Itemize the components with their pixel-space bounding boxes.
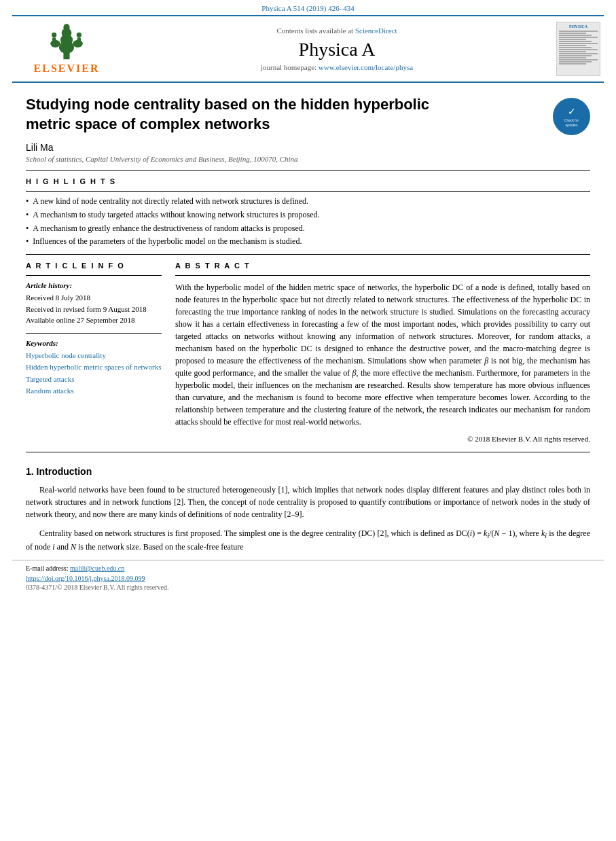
highlight-item: • A mechanism to greatly enhance the des…	[26, 223, 590, 234]
svg-rect-10	[77, 37, 81, 43]
highlight-item: • A new kind of node centrality not dire…	[26, 196, 590, 207]
elsevier-logo-area: ELSEVIER	[12, 22, 121, 76]
author-name: Lili Ma	[26, 142, 590, 153]
copyright-line: © 2018 Elsevier B.V. All rights reserved…	[175, 433, 590, 445]
introduction-section: 1. Introduction Real-world networks have…	[26, 466, 590, 553]
sciencedirect-link[interactable]: ScienceDirect	[355, 26, 397, 35]
journal-reference-text: Physica A 514 (2019) 426–434	[261, 4, 354, 12]
svg-point-9	[77, 32, 81, 37]
highlights-section: H I G H L I G H T S • A new kind of node…	[26, 177, 590, 247]
abstract-label: A B S T R A C T	[175, 262, 590, 270]
two-col-info-abstract: A R T I C L E I N F O Article history: R…	[26, 262, 590, 445]
highlight-text-2: A mechanism to study targeted attacks wi…	[33, 209, 319, 221]
journal-thumbnail-area: PHYSICA	[553, 22, 604, 76]
received-date: Received 8 July 2018	[26, 292, 162, 304]
divider-abstract	[175, 275, 590, 276]
footer-doi-link[interactable]: https://doi.org/10.1016/j.physa.2018.09.…	[26, 575, 590, 582]
highlights-label: H I G H L I G H T S	[26, 177, 590, 185]
footer: E-mail address: malili@cueb.edu.cn https…	[12, 560, 604, 595]
divider-article-info	[26, 275, 162, 276]
keyword-3[interactable]: Targeted attacks	[26, 374, 162, 386]
keywords-label: Keywords:	[26, 339, 162, 347]
article-info-col: A R T I C L E I N F O Article history: R…	[26, 262, 162, 445]
abstract-text: With the hyperbolic model of the hidden …	[175, 281, 590, 428]
highlight-text-1: A new kind of node centrality not direct…	[33, 196, 308, 207]
journal-cover-image: PHYSICA	[556, 22, 600, 76]
elsevier-branding: ELSEVIER	[34, 24, 100, 75]
footer-issn: 0378-4371/© 2018 Elsevier B.V. All right…	[26, 584, 590, 591]
available-date: Available online 27 September 2018	[26, 315, 162, 326]
abstract-col: A B S T R A C T With the hyperbolic mode…	[175, 262, 590, 445]
check-for-updates-badge: ✓ Check forupdates	[553, 98, 590, 135]
highlight-text-3: A mechanism to greatly enhance the destr…	[33, 223, 305, 234]
history-label: Article history:	[26, 281, 162, 289]
article-title: Studying node centrality based on the hi…	[26, 95, 447, 134]
journal-center: Contents lists available at ScienceDirec…	[121, 22, 553, 76]
footer-email-label: E-mail address:	[26, 565, 68, 572]
journal-homepage-line: journal homepage: www.elsevier.com/locat…	[261, 63, 413, 71]
svg-rect-8	[52, 37, 56, 43]
divider-highlights-top	[26, 191, 590, 192]
keyword-1[interactable]: Hyperbolic node centrality	[26, 350, 162, 362]
divider-before-intro	[26, 452, 590, 452]
footer-email-link[interactable]: malili@cueb.edu.cn	[70, 565, 124, 572]
abstract-section: With the hyperbolic model of the hidden …	[175, 281, 590, 445]
elsevier-wordmark: ELSEVIER	[34, 62, 100, 75]
article-title-section: Studying node centrality based on the hi…	[26, 83, 590, 142]
intro-para-2: Centrality based on network structures i…	[26, 527, 590, 553]
keyword-4[interactable]: Random attacks	[26, 385, 162, 397]
divider-after-author	[26, 170, 590, 171]
highlight-item: • A mechanism to study targeted attacks …	[26, 209, 590, 221]
journal-homepage-link[interactable]: www.elsevier.com/locate/physa	[319, 63, 413, 71]
divider-before-info	[26, 254, 590, 255]
journal-reference-bar: Physica A 514 (2019) 426–434	[0, 0, 616, 15]
page: Physica A 514 (2019) 426–434	[0, 0, 616, 841]
highlight-item: • Influences of the parameters of the hy…	[26, 236, 590, 247]
divider-keywords	[26, 333, 162, 334]
article-info-label: A R T I C L E I N F O	[26, 262, 162, 270]
author-affiliation: School of statistics, Capital University…	[26, 155, 590, 163]
svg-point-7	[52, 32, 56, 37]
contents-available-line: Contents lists available at ScienceDirec…	[276, 26, 397, 35]
keyword-2[interactable]: Hidden hyperbolic metric spaces of netwo…	[26, 361, 162, 374]
journal-title: Physica A	[299, 39, 376, 60]
highlight-text-4: Influences of the parameters of the hype…	[33, 236, 302, 247]
keywords-list: Hyperbolic node centrality Hidden hyperb…	[26, 350, 162, 397]
article-content: Studying node centrality based on the hi…	[12, 83, 604, 553]
journal-header: ELSEVIER Contents lists available at Sci…	[12, 15, 604, 83]
article-history: Article history: Received 8 July 2018 Re…	[26, 281, 162, 397]
performance-word: performance	[213, 368, 254, 378]
intro-heading: 1. Introduction	[26, 466, 590, 477]
intro-para-1: Real-world networks have been found to b…	[26, 484, 590, 520]
elsevier-tree-icon	[39, 24, 94, 61]
revised-date: Received in revised form 9 August 2018	[26, 304, 162, 315]
svg-point-4	[63, 24, 69, 31]
